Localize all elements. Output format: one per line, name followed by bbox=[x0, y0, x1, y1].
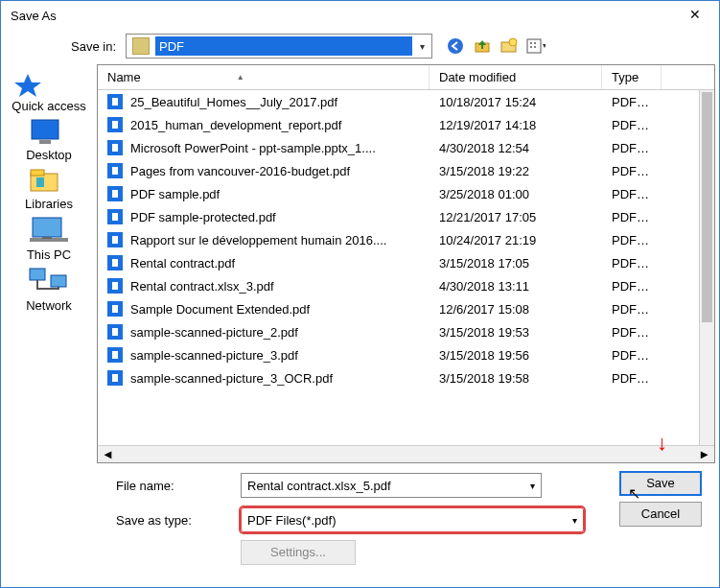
pdf-file-icon bbox=[107, 232, 123, 247]
chevron-down-icon[interactable]: ▾ bbox=[530, 481, 535, 491]
file-modified: 3/25/2018 01:00 bbox=[430, 187, 602, 201]
file-modified: 12/21/2017 17:05 bbox=[430, 210, 602, 224]
chevron-down-icon[interactable]: ▾ bbox=[412, 41, 431, 52]
pdf-file-icon bbox=[107, 209, 123, 224]
svg-rect-18 bbox=[51, 275, 66, 287]
col-modified[interactable]: Date modified bbox=[430, 65, 602, 89]
network-place[interactable]: Network bbox=[26, 266, 72, 313]
file-name: sample-scanned-picture_3.pdf bbox=[130, 348, 298, 363]
cursor-icon: ↖ bbox=[628, 484, 640, 503]
table-row[interactable]: sample-scanned-picture_2.pdf3/15/2018 19… bbox=[98, 320, 714, 343]
file-modified: 3/15/2018 19:53 bbox=[430, 325, 602, 340]
nav-toolbar bbox=[446, 36, 546, 56]
file-type: PDF Fil bbox=[602, 187, 662, 201]
this-pc-place[interactable]: This PC bbox=[27, 215, 71, 262]
places-sidebar: Quick access Desktop Libraries This PC N… bbox=[1, 64, 97, 463]
file-name: Pages from vancouver-2016-budget.pdf bbox=[130, 164, 350, 178]
file-modified: 3/15/2018 19:56 bbox=[430, 348, 602, 363]
file-name: PDF sample-protected.pdf bbox=[130, 210, 276, 224]
file-modified: 10/24/2017 21:19 bbox=[430, 233, 602, 247]
save-type-label: Save as type: bbox=[116, 513, 241, 528]
desktop-place[interactable]: Desktop bbox=[26, 117, 72, 162]
svg-rect-17 bbox=[30, 269, 45, 280]
table-row[interactable]: 25_Beautiful_Homes__July_2017.pdf10/18/2… bbox=[98, 90, 714, 113]
table-row[interactable]: PDF sample-protected.pdf12/21/2017 17:05… bbox=[98, 205, 714, 228]
back-icon[interactable] bbox=[446, 36, 465, 56]
pdf-file-icon bbox=[107, 255, 123, 270]
pdf-file-icon bbox=[107, 140, 123, 155]
file-name: Rapport sur le développement humain 2016… bbox=[130, 233, 386, 247]
up-folder-icon[interactable] bbox=[473, 36, 492, 56]
close-button[interactable]: ✕ bbox=[681, 4, 709, 27]
table-row[interactable]: Sample Document Extended.pdf12/6/2017 15… bbox=[98, 297, 714, 320]
file-name: sample-scanned-picture_2.pdf bbox=[130, 325, 298, 340]
horizontal-scrollbar[interactable]: ◄ ► bbox=[98, 445, 714, 462]
svg-point-8 bbox=[534, 46, 536, 48]
file-modified: 4/30/2018 12:54 bbox=[430, 141, 602, 155]
annotation-arrow-icon: ↓ bbox=[657, 431, 667, 456]
table-row[interactable]: Rental contract.xlsx_3.pdf4/30/2018 13:1… bbox=[98, 274, 714, 297]
column-headers: Name▲ Date modified Type bbox=[98, 65, 714, 90]
file-type: PDF Fil bbox=[602, 256, 662, 270]
titlebar: Save As ✕ bbox=[1, 1, 719, 30]
scroll-right-icon[interactable]: ► bbox=[698, 447, 710, 461]
save-as-dialog: Save As ✕ Save in: PDF ▾ bbox=[0, 0, 720, 588]
new-folder-icon[interactable] bbox=[499, 36, 519, 56]
svg-rect-9 bbox=[32, 120, 58, 139]
table-row[interactable]: sample-scanned-picture_3_OCR.pdf3/15/201… bbox=[98, 366, 714, 389]
chevron-down-icon[interactable]: ▾ bbox=[572, 515, 577, 526]
table-row[interactable]: sample-scanned-picture_3.pdf3/15/2018 19… bbox=[98, 343, 714, 366]
file-modified: 4/30/2018 13:11 bbox=[430, 279, 602, 294]
scroll-left-icon[interactable]: ◄ bbox=[102, 447, 114, 461]
cancel-button[interactable]: Cancel bbox=[619, 502, 702, 527]
settings-button[interactable]: Settings... bbox=[241, 540, 356, 565]
pdf-file-icon bbox=[107, 94, 123, 109]
file-name: sample-scanned-picture_3_OCR.pdf bbox=[130, 371, 333, 386]
file-name-input[interactable]: Rental contract.xlsx_5.pdf ▾ bbox=[241, 473, 542, 498]
table-row[interactable]: Rapport sur le développement humain 2016… bbox=[98, 228, 714, 251]
file-type: PDF Fil bbox=[602, 371, 662, 386]
file-modified: 10/18/2017 15:24 bbox=[430, 95, 602, 109]
table-row[interactable]: Microsoft PowerPoint - ppt-sample.pptx_1… bbox=[98, 136, 714, 159]
save-in-value: PDF bbox=[155, 36, 412, 56]
file-name: Sample Document Extended.pdf bbox=[130, 302, 310, 317]
table-row[interactable]: Rental contract.pdf3/15/2018 17:05PDF Fi… bbox=[98, 251, 714, 274]
pdf-file-icon bbox=[107, 278, 123, 294]
file-modified: 12/6/2017 15:08 bbox=[430, 302, 602, 317]
file-modified: 3/15/2018 19:22 bbox=[430, 164, 602, 178]
pdf-file-icon bbox=[107, 117, 123, 132]
vertical-scrollbar[interactable] bbox=[699, 90, 714, 445]
table-row[interactable]: PDF sample.pdf3/25/2018 01:00PDF Fil bbox=[98, 182, 714, 205]
file-modified: 3/15/2018 17:05 bbox=[430, 256, 602, 270]
file-list: Name▲ Date modified Type 25_Beautiful_Ho… bbox=[97, 64, 715, 463]
svg-rect-10 bbox=[39, 140, 51, 144]
save-in-combo[interactable]: PDF ▾ bbox=[126, 34, 432, 59]
file-type: PDF Fil bbox=[602, 118, 662, 132]
quick-access-place[interactable]: Quick access bbox=[12, 72, 85, 113]
table-row[interactable]: 2015_human_development_report.pdf12/19/2… bbox=[98, 113, 714, 136]
svg-rect-16 bbox=[42, 237, 52, 239]
col-type[interactable]: Type bbox=[602, 65, 662, 89]
table-row[interactable]: Pages from vancouver-2016-budget.pdf3/15… bbox=[98, 159, 714, 182]
file-name: 25_Beautiful_Homes__July_2017.pdf bbox=[130, 95, 337, 109]
pdf-file-icon bbox=[107, 301, 123, 317]
view-menu-icon[interactable] bbox=[526, 36, 546, 56]
svg-point-3 bbox=[509, 38, 517, 46]
file-name-value: Rental contract.xlsx_5.pdf bbox=[247, 479, 391, 493]
scrollbar-thumb[interactable] bbox=[702, 92, 712, 322]
file-type: PDF Fil bbox=[602, 302, 662, 317]
svg-rect-12 bbox=[31, 170, 44, 176]
pdf-file-icon bbox=[107, 370, 123, 386]
window-title: Save As bbox=[11, 9, 57, 23]
file-type: PDF Fil bbox=[602, 233, 662, 247]
bottom-panel: ↓ File name: Rental contract.xlsx_5.pdf … bbox=[1, 463, 719, 575]
libraries-place[interactable]: Libraries bbox=[25, 166, 73, 211]
file-type: PDF Fil bbox=[602, 95, 662, 109]
svg-point-6 bbox=[534, 42, 536, 44]
col-name[interactable]: Name▲ bbox=[98, 65, 430, 89]
file-name: Microsoft PowerPoint - ppt-sample.pptx_1… bbox=[130, 141, 376, 155]
file-name: Rental contract.xlsx_3.pdf bbox=[130, 279, 274, 294]
save-type-combo[interactable]: PDF Files(*.pdf) ▾ bbox=[241, 507, 584, 532]
svg-point-0 bbox=[448, 38, 463, 54]
save-in-label: Save in: bbox=[1, 39, 126, 54]
